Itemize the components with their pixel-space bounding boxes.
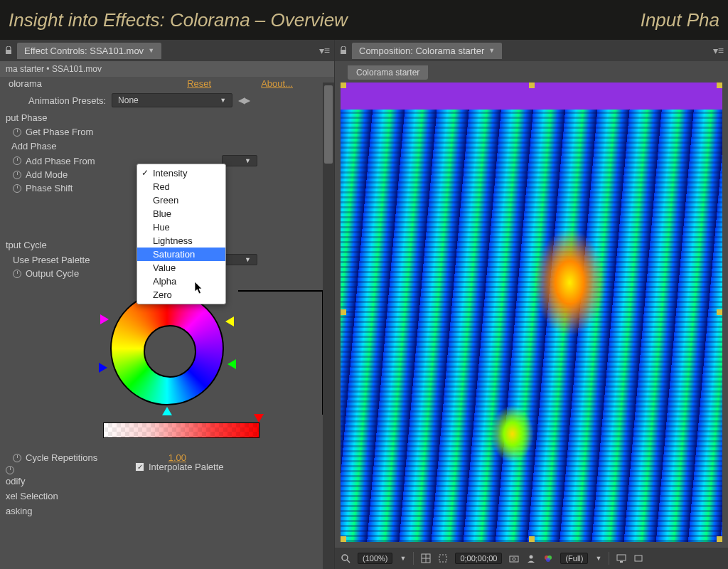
magnify-icon[interactable] (341, 553, 350, 563)
wheel-marker-cyan[interactable] (162, 407, 172, 415)
presets-nav-arrows[interactable]: ◀ ▶ (238, 95, 249, 105)
interpolate-label: Interpolate Palette (149, 462, 224, 472)
dropdown-option-green[interactable]: Green (137, 193, 225, 207)
reset-button[interactable]: Reset (187, 78, 211, 89)
modify-section[interactable]: odify (0, 474, 334, 489)
effect-controls-tab-label: Effect Controls: SSA101.mov (24, 46, 144, 56)
presets-label: Animation Presets: (28, 95, 106, 106)
lock-icon[interactable] (339, 46, 348, 55)
svg-rect-7 (439, 555, 446, 562)
scrollbar-vertical[interactable] (323, 83, 334, 569)
svg-line-3 (347, 560, 350, 563)
dropdown-option-saturation[interactable]: Saturation (137, 248, 225, 261)
animation-presets-dropdown[interactable]: None ▼ (112, 93, 232, 107)
output-cycle-wheel[interactable] (89, 284, 245, 448)
dropdown-option-hue[interactable]: Hue (137, 220, 225, 234)
wheel-marker-green[interactable] (228, 359, 236, 369)
svg-rect-0 (6, 50, 11, 54)
composition-panel: Composition: Colorama starter ▼ ▾≡ Color… (334, 40, 728, 569)
get-phase-from-label: Get Phase From (26, 127, 93, 137)
stopwatch-icon[interactable] (13, 270, 21, 278)
zoom-dropdown[interactable]: (100%) (358, 553, 392, 564)
resolution-dropdown[interactable]: (Full) (560, 553, 588, 564)
composition-footer: (100%) ▼ 0;00;00;00 (Full) ▼ (335, 548, 728, 569)
masking-section[interactable]: asking (0, 504, 334, 519)
chevron-down-icon: ▼ (148, 47, 154, 54)
preset-palette-dropdown[interactable]: ▼ (222, 254, 257, 265)
selection-handle[interactable] (529, 83, 535, 88)
stopwatch-icon[interactable] (13, 128, 21, 137)
effect-controls-panel: Effect Controls: SSA101.mov ▼ ▾≡ ma star… (0, 40, 334, 569)
chevron-down-icon: ▼ (220, 97, 226, 104)
composition-body: Colorama starter (335, 61, 728, 548)
title-text: Insight into Effects: Colorama – Overvie… (9, 9, 348, 31)
use-preset-palette-label: Use Preset Palette (13, 255, 90, 265)
title-right: Input Pha (641, 9, 719, 31)
lock-icon[interactable] (4, 46, 13, 55)
pixel-selection-section[interactable]: xel Selection (0, 489, 334, 504)
input-phase-section[interactable]: put Phase (0, 110, 334, 125)
stopwatch-icon[interactable] (6, 466, 14, 474)
wheel-marker-magenta[interactable] (100, 314, 109, 324)
selection-handle[interactable] (717, 309, 722, 315)
selection-handle[interactable] (529, 536, 535, 542)
footage-terrain (341, 110, 722, 542)
comp-name-tab[interactable]: Colorama starter (348, 65, 428, 80)
animation-presets-row: Animation Presets: None ▼ ◀ ▶ (0, 90, 334, 110)
monitor-icon[interactable] (616, 553, 626, 563)
gradient-bar[interactable] (103, 422, 259, 438)
mask-icon[interactable] (438, 553, 448, 563)
dropdown-option-lightness[interactable]: Lightness (137, 234, 225, 248)
presets-value: None (118, 95, 139, 105)
dropdown-option-alpha[interactable]: Alpha (137, 275, 225, 288)
snapshot-icon[interactable] (509, 553, 519, 563)
effect-name[interactable]: olorama (6, 78, 42, 89)
panels-container: Effect Controls: SSA101.mov ▼ ▾≡ ma star… (0, 40, 728, 569)
svg-point-9 (513, 558, 515, 560)
scroll-thumb[interactable] (324, 85, 333, 164)
selection-handle[interactable] (717, 536, 722, 542)
composition-tab[interactable]: Composition: Colorama starter ▼ (352, 43, 502, 59)
rgb-icon[interactable] (543, 553, 553, 563)
wheel-marker-blue[interactable] (99, 363, 107, 373)
svg-rect-1 (341, 50, 346, 54)
stopwatch-icon[interactable] (13, 454, 21, 462)
svg-rect-16 (635, 555, 642, 561)
checkerboard-pattern (104, 423, 259, 437)
interpolate-palette-row: ✓ Interpolate Palette (0, 460, 334, 474)
view-icon[interactable] (633, 553, 643, 563)
wheel-marker-yellow[interactable] (225, 317, 234, 326)
grid-icon[interactable] (421, 553, 431, 563)
effect-controls-tab[interactable]: Effect Controls: SSA101.mov ▼ (17, 43, 161, 59)
gradient-marker[interactable] (254, 414, 264, 422)
selection-handle[interactable] (341, 309, 346, 315)
timecode-field[interactable]: 0;00;00;00 (455, 553, 502, 564)
selection-handle[interactable] (341, 536, 346, 542)
panel-menu-icon[interactable]: ▾≡ (319, 45, 330, 56)
dropdown-option-zero[interactable]: Zero (137, 288, 225, 302)
get-phase-from-row: Get Phase From (0, 125, 334, 139)
interpolate-checkbox[interactable]: ✓ (135, 462, 144, 472)
color-wheel-ring[interactable] (110, 292, 224, 405)
dropdown-option-value[interactable]: Value (137, 261, 225, 275)
effect-subheader: ma starter • SSA101.mov (0, 61, 334, 77)
about-button[interactable]: About... (261, 78, 293, 89)
stopwatch-icon[interactable] (13, 184, 21, 193)
selection-handle[interactable] (341, 83, 346, 88)
dropdown-option-red[interactable]: Red (137, 180, 225, 193)
composition-header: Composition: Colorama starter ▼ ▾≡ (335, 40, 728, 61)
panel-menu-icon[interactable]: ▾≡ (713, 45, 724, 56)
dropdown-option-intensity[interactable]: Intensity (137, 166, 225, 180)
person-icon[interactable] (526, 553, 536, 563)
dropdown-option-blue[interactable]: Blue (137, 207, 225, 220)
composition-viewer[interactable] (341, 83, 722, 542)
selection-handle[interactable] (717, 83, 722, 88)
output-cycle-label: Output Cycle (26, 268, 79, 279)
chevron-down-icon: ▼ (488, 47, 495, 54)
effect-controls-header: Effect Controls: SSA101.mov ▼ ▾≡ (0, 40, 334, 61)
stopwatch-icon[interactable] (13, 156, 21, 165)
add-phase-from-dropdown[interactable]: ▼ (222, 155, 257, 166)
stopwatch-icon[interactable] (13, 171, 21, 179)
svg-rect-8 (510, 556, 518, 562)
composition-tab-label: Composition: Colorama starter (359, 46, 484, 56)
